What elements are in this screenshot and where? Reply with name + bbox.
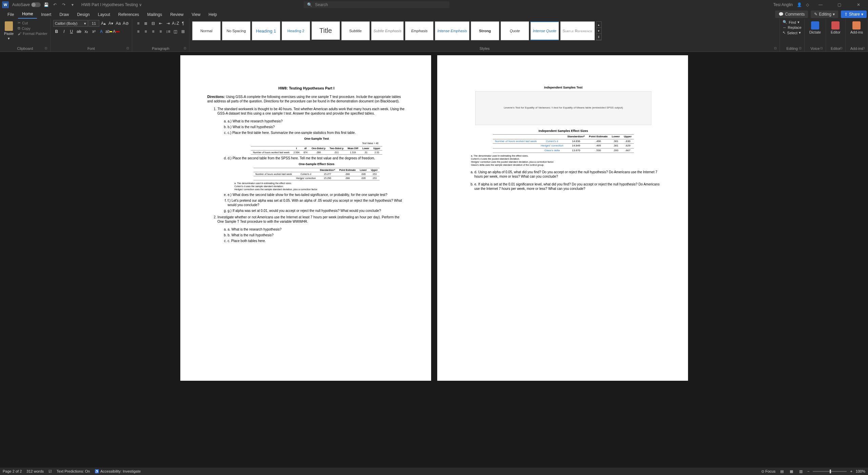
- editor-button[interactable]: Editor: [829, 20, 843, 36]
- cursor-icon: ↖: [783, 31, 786, 35]
- redo-icon[interactable]: ↷: [61, 2, 66, 7]
- toggle-switch-icon[interactable]: [31, 2, 41, 7]
- minimize-button[interactable]: —: [813, 0, 828, 9]
- clear-formatting-icon[interactable]: A⊘: [122, 20, 129, 27]
- decrease-font-icon[interactable]: A▾: [107, 20, 114, 27]
- editing-group: 🔍Find▾ ↔Replace ↖Select▾ Editing: [780, 19, 804, 52]
- borders-icon[interactable]: ⊞: [180, 28, 186, 35]
- show-marks-icon[interactable]: ¶: [180, 20, 186, 27]
- paste-button[interactable]: Paste ▾: [3, 20, 15, 42]
- clipboard-label: Clipboard: [3, 46, 47, 52]
- voice-label: Voice: [807, 46, 823, 52]
- tab-view[interactable]: View: [188, 10, 205, 19]
- document-title[interactable]: HW8 Part I Hypotheses Testing ∨: [81, 2, 142, 7]
- font-name-combo[interactable]: Calibri (Body)▾: [53, 20, 88, 27]
- bullets-icon[interactable]: ≡: [135, 20, 142, 27]
- cut-button[interactable]: ✂Cut: [18, 21, 47, 25]
- align-left-icon[interactable]: ≡: [135, 28, 142, 35]
- style-intense-quote[interactable]: Intense Quote: [530, 21, 559, 40]
- underline-button[interactable]: U: [68, 28, 75, 35]
- search-box[interactable]: 🔍 Search: [304, 1, 449, 8]
- search-placeholder: Search: [315, 2, 328, 7]
- paragraph-group: ≡ ≣ ⊟ ⇤ ⇥ A↓Z ¶ ≡ ≡ ≡ ≡ ↕≡ ◫ ⊞ Paragraph: [132, 19, 189, 52]
- chevron-down-icon[interactable]: ▾: [8, 36, 10, 41]
- style-subtitle[interactable]: Subtitle: [341, 21, 370, 40]
- addins-button[interactable]: Add-ins: [848, 20, 865, 36]
- italic-button[interactable]: I: [61, 28, 67, 35]
- chevron-down-icon: ▾: [799, 31, 801, 35]
- styles-more-button[interactable]: ▴▾⊻: [596, 21, 602, 40]
- user-name[interactable]: Tesi Anglin: [773, 2, 793, 7]
- increase-font-icon[interactable]: A▴: [100, 20, 107, 27]
- format-painter-button[interactable]: 🖌Format Painter: [18, 32, 47, 36]
- style-strong[interactable]: Strong: [471, 21, 499, 40]
- tab-draw[interactable]: Draw: [55, 10, 73, 19]
- numbering-icon[interactable]: ≣: [142, 20, 149, 27]
- undo-icon[interactable]: ↶: [52, 2, 58, 7]
- addins-grp-label: Add-ins: [848, 46, 865, 52]
- superscript-button[interactable]: x²: [90, 28, 97, 35]
- style-subtle-emphasis[interactable]: Subtle Emphasis: [371, 21, 404, 40]
- style-intense-emphasis[interactable]: Intense Emphasis: [435, 21, 469, 40]
- style-normal[interactable]: Normal: [192, 21, 221, 40]
- multilevel-list-icon[interactable]: ⊟: [150, 20, 157, 27]
- tab-help[interactable]: Help: [204, 10, 221, 19]
- style-title[interactable]: Title: [311, 21, 340, 40]
- shading-icon[interactable]: ◫: [172, 28, 179, 35]
- copy-icon: ⧉: [18, 26, 20, 31]
- copy-button[interactable]: ⧉Copy: [18, 26, 47, 31]
- style-quote[interactable]: Quote: [501, 21, 529, 40]
- text-effects-icon[interactable]: A: [98, 28, 105, 35]
- save-icon[interactable]: 💾: [43, 2, 49, 7]
- font-size-combo[interactable]: 11: [88, 20, 99, 27]
- qat-dropdown-icon[interactable]: ▾: [70, 2, 75, 7]
- increase-indent-icon[interactable]: ⇥: [165, 20, 171, 27]
- strikethrough-button[interactable]: ab: [76, 28, 82, 35]
- font-color-icon[interactable]: A: [113, 28, 120, 35]
- tab-references[interactable]: References: [114, 10, 143, 19]
- close-button[interactable]: ✕: [851, 0, 866, 9]
- comment-icon: 💬: [779, 12, 784, 17]
- share-button[interactable]: ⇪Share▾: [841, 11, 867, 18]
- tab-file[interactable]: File: [3, 10, 18, 19]
- line-spacing-icon[interactable]: ↕≡: [165, 28, 171, 35]
- style-emphasis[interactable]: Emphasis: [405, 21, 433, 40]
- align-right-icon[interactable]: ≡: [150, 28, 157, 35]
- clipboard-icon: [5, 21, 13, 31]
- ribbon-display-icon[interactable]: ◇: [806, 2, 809, 7]
- find-button[interactable]: 🔍Find▾: [783, 20, 799, 24]
- editing-mode-button[interactable]: ✎Editing▾: [811, 11, 838, 18]
- tab-mailings[interactable]: Mailings: [143, 10, 166, 19]
- bold-button[interactable]: B: [53, 28, 60, 35]
- chevron-down-icon: ▾: [833, 12, 835, 17]
- justify-icon[interactable]: ≡: [157, 28, 164, 35]
- tab-layout[interactable]: Layout: [94, 10, 114, 19]
- chevron-down-icon: ▾: [798, 20, 800, 24]
- search-icon: 🔍: [783, 20, 787, 24]
- highlight-icon[interactable]: ab: [105, 28, 112, 35]
- share-icon: ⇪: [844, 12, 848, 17]
- word-app-icon: W: [2, 1, 9, 8]
- replace-button[interactable]: ↔Replace: [783, 25, 801, 29]
- tab-review[interactable]: Review: [166, 10, 187, 19]
- change-case-icon[interactable]: Aa: [115, 20, 122, 27]
- align-center-icon[interactable]: ≡: [142, 28, 149, 35]
- comments-button[interactable]: 💬Comments: [775, 11, 808, 18]
- tab-insert[interactable]: Insert: [37, 10, 55, 19]
- tab-home[interactable]: Home: [18, 9, 37, 19]
- sort-icon[interactable]: A↓Z: [172, 20, 179, 27]
- style-no-spacing[interactable]: No Spacing: [222, 21, 250, 40]
- style-subtle-reference[interactable]: Subtle Reference: [560, 21, 595, 40]
- select-button[interactable]: ↖Select▾: [783, 31, 801, 35]
- style-heading-2[interactable]: Heading 2: [282, 21, 310, 40]
- user-avatar-icon[interactable]: 👤: [797, 2, 802, 7]
- dictate-button[interactable]: Dictate: [807, 20, 823, 36]
- decrease-indent-icon[interactable]: ⇤: [157, 20, 164, 27]
- addins-group: Add-ins Add-ins: [846, 19, 868, 52]
- maximize-button[interactable]: ▢: [832, 0, 847, 9]
- editor-group: Editor Editor: [826, 19, 846, 52]
- subscript-button[interactable]: x₂: [83, 28, 90, 35]
- tab-design[interactable]: Design: [73, 10, 94, 19]
- autosave-toggle[interactable]: AutoSave: [12, 2, 41, 7]
- style-heading-1[interactable]: Heading 1: [252, 21, 280, 40]
